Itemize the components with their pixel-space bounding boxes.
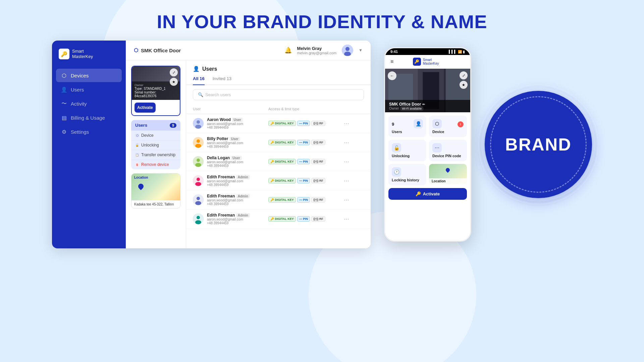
mobile-tile-unlocking[interactable]: 🔓 Unlocking xyxy=(388,140,426,161)
sidebar-item-settings[interactable]: ⚙ Settings xyxy=(56,125,122,138)
device-image-buttons: ⤢ ★ xyxy=(170,68,178,86)
table-row: Edith Freeman Admin aaron.wood@gmail.com… xyxy=(186,190,371,209)
row-more-btn[interactable]: ⋯ xyxy=(344,139,364,146)
wifi-status-icon: 📶 xyxy=(458,50,462,54)
user-name: Melvin Gray xyxy=(297,46,337,51)
mobile-device-status: Owner Wi-Fi available xyxy=(389,107,425,110)
users-panel-header: 👤 Users xyxy=(186,60,371,72)
search-bar[interactable]: 🔍 Search users xyxy=(193,89,364,100)
user-identity: Aaron Wood User aaron.wood@gmail.com +48… xyxy=(193,117,268,129)
transfer-dot-icon: 📋 xyxy=(135,153,139,157)
notification-bell[interactable]: 🔔 xyxy=(284,47,292,54)
mobile-status-icons: ▍▍▍ 📶 ▮ xyxy=(449,50,465,54)
left-pane: ⤢ ★ Owner Type: STANDARD_1 Serial number… xyxy=(126,60,186,248)
topbar-right: 🔔 Melvin Gray melvin.gray@gmail.com xyxy=(284,45,363,56)
tile-label: Device PIN code xyxy=(432,154,464,158)
location-address: Kadaka tee 45-322, Tallinn xyxy=(131,200,180,208)
logo-icon: 🔑 xyxy=(59,49,69,59)
svg-point-19 xyxy=(197,216,200,219)
users-icon: 👤 xyxy=(61,86,67,93)
users-tabs: All 16 Invited 13 xyxy=(186,72,371,85)
pin-badge: — PIN xyxy=(297,178,310,183)
submenu-transfer[interactable]: 📋 Transfer ownership xyxy=(131,150,180,160)
topbar-device-icon: ⬡ xyxy=(134,47,138,53)
mobile-tile-location[interactable]: Location xyxy=(429,164,467,184)
mobile-star-btn[interactable]: ★ xyxy=(460,81,468,89)
map-pin-icon xyxy=(137,183,145,190)
user-dropdown-chevron[interactable]: ▼ xyxy=(359,48,363,53)
row-more-btn[interactable]: ⋯ xyxy=(344,197,364,203)
mobile-logo-icon: 🔑 xyxy=(413,58,421,66)
mobile-activate-icon: 🔑 xyxy=(416,191,421,196)
device-card: ⤢ ★ Owner Type: STANDARD_1 Serial number… xyxy=(131,66,180,116)
rf-badge: ((•)) RF xyxy=(311,140,325,145)
mobile-device-name: SMK Office Door ✏ xyxy=(389,102,425,107)
device-type-label: Type: STANDARD_1 xyxy=(135,87,177,90)
tile-label: Unlocking xyxy=(392,154,423,158)
row-more-btn[interactable]: ⋯ xyxy=(344,216,364,222)
device-star-btn[interactable]: ★ xyxy=(170,78,178,86)
wifi-badge: Wi-Fi available xyxy=(400,106,424,111)
mobile-tile-users[interactable]: 9 👤 Users xyxy=(388,116,426,137)
sidebar-logo: 🔑 Smart MasterKey xyxy=(52,49,126,69)
mobile-activate-label: Activate xyxy=(423,191,440,196)
sidebar-nav: ⬡ Devices 👤 Users 〜 Activity ▤ Billing &… xyxy=(52,69,126,138)
pin-badge: — PIN xyxy=(297,197,310,202)
svg-point-8 xyxy=(195,144,201,148)
access-badges: 🔑 DIGITAL KEY — PIN ((•)) RF xyxy=(268,178,344,183)
table-row: Edith Freeman Admin aaron.wood@gmail.com… xyxy=(186,209,371,229)
mobile-tile-device[interactable]: ⬡ ! Device xyxy=(429,116,467,137)
activate-button[interactable]: Activate xyxy=(135,103,156,113)
rf-badge: ((•)) RF xyxy=(311,121,325,126)
row-more-btn[interactable]: ⋯ xyxy=(344,159,364,165)
submenu-device[interactable]: ⬡ Device xyxy=(131,130,180,140)
split-view: ⤢ ★ Owner Type: STANDARD_1 Serial number… xyxy=(126,60,371,248)
device-dot-icon: ⬡ xyxy=(135,133,139,137)
user-identity: Edith Freeman Admin aaron.wood@gmail.com… xyxy=(193,194,268,206)
edit-icon[interactable]: ✏ xyxy=(422,103,425,106)
users-tile-icon: 👤 xyxy=(414,119,423,128)
mobile-tile-locking-history[interactable]: 🕐 Locking history xyxy=(388,164,426,185)
users-panel-title: Users xyxy=(202,66,217,72)
device-image: ⤢ ★ Owner Type: STANDARD_1 Serial number… xyxy=(132,66,180,100)
svg-point-11 xyxy=(195,163,201,167)
submenu-transfer-label: Transfer ownership xyxy=(141,153,175,157)
sidebar-item-users[interactable]: 👤 Users xyxy=(56,83,122,96)
sidebar-item-devices[interactable]: ⬡ Devices xyxy=(56,69,122,82)
location-card[interactable]: Location Kadaka tee 45-322, Tallinn xyxy=(131,173,180,208)
submenu-remove[interactable]: 🗑 Remove device xyxy=(131,160,180,169)
sidebar-item-billing-label: Billing & Usage xyxy=(71,115,105,121)
device-tile-icon: ⬡ xyxy=(432,119,442,128)
col-access: Access & limit type xyxy=(268,107,344,111)
digital-key-badge: 🔑 DIGITAL KEY xyxy=(268,140,296,145)
users-panel: 👤 Users All 16 Invited 13 � xyxy=(186,60,371,248)
row-more-btn[interactable]: ⋯ xyxy=(344,178,364,184)
sidebar-item-activity[interactable]: 〜 Activity xyxy=(56,97,122,110)
mobile-activate-button[interactable]: 🔑 Activate xyxy=(388,188,467,200)
table-row: Aaron Wood User aaron.wood@gmail.com +48… xyxy=(186,114,371,133)
rf-badge: ((•)) RF xyxy=(311,216,325,222)
rf-badge: ((•)) RF xyxy=(311,159,325,164)
mobile-expand-btn[interactable]: ⤢ xyxy=(460,71,468,79)
settings-icon: ⚙ xyxy=(61,128,67,135)
col-actions xyxy=(344,107,364,111)
tab-all[interactable]: All 16 xyxy=(193,76,205,85)
sidebar-item-billing[interactable]: ▤ Billing & Usage xyxy=(56,111,122,124)
mobile-back-btn[interactable]: ← xyxy=(388,71,396,80)
device-expand-btn[interactable]: ⤢ xyxy=(170,68,178,76)
pin-badge: — PIN xyxy=(297,159,310,164)
svg-point-4 xyxy=(197,120,200,124)
row-more-btn[interactable]: ⋯ xyxy=(344,120,364,127)
hamburger-menu[interactable]: ≡ xyxy=(390,59,393,65)
mobile-map-pin xyxy=(445,167,451,173)
tile-label: Users xyxy=(392,130,423,134)
user-info: Melvin Gray melvin.gray@gmail.com xyxy=(297,46,337,55)
avatar xyxy=(193,214,204,224)
mobile-tile-pin[interactable]: ⋯ Device PIN code xyxy=(429,140,467,161)
mobile-logo: 🔑 Smart MasterKey xyxy=(413,58,439,66)
tab-invited[interactable]: Invited 13 xyxy=(213,76,231,84)
submenu-unlocking[interactable]: 🔓 Unlocking xyxy=(131,140,180,150)
tile-label: Locking history xyxy=(392,178,423,182)
mobile-header: ≡ 🔑 Smart MasterKey xyxy=(385,55,470,69)
search-icon: 🔍 xyxy=(198,92,203,97)
